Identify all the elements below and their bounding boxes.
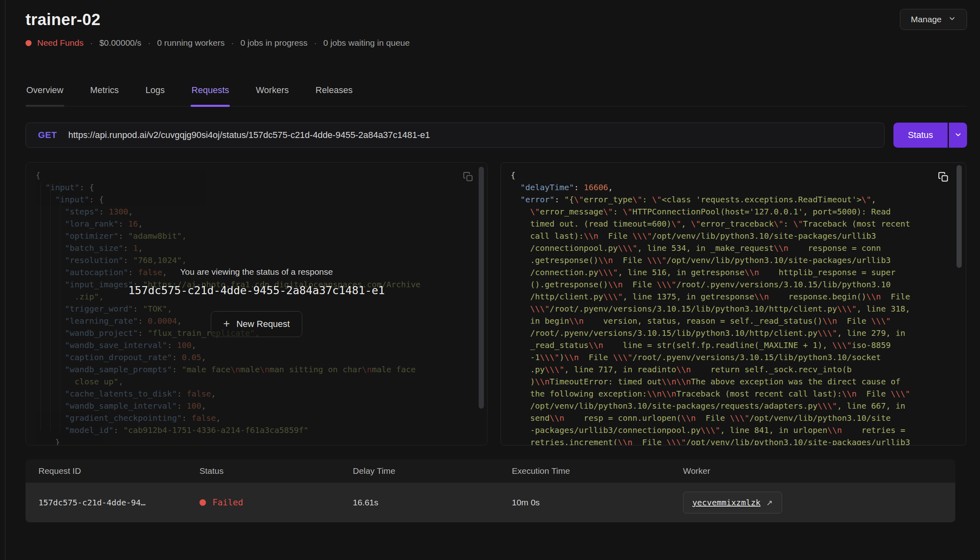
failed-dot-icon: [199, 499, 206, 506]
running-workers-count: 0 running workers: [157, 38, 225, 48]
copy-icon[interactable]: [938, 172, 949, 184]
overlay-request-id: 157dc575-c21d-4dde-9455-2a84a37c1481-e1: [128, 284, 385, 297]
requests-table-header: Request ID Status Delay Time Execution T…: [25, 459, 955, 483]
worker-link[interactable]: yecvemmixzmlzk↗: [683, 492, 782, 513]
chevron-down-icon: [948, 15, 956, 25]
manage-button[interactable]: Manage: [900, 9, 967, 30]
code-line: .getresponse()\\n File \\\"/opt/venv/lib…: [511, 254, 958, 266]
code-line: _read_status\\n line = str(self.fp.readl…: [511, 339, 958, 351]
code-line: /root/.pyenv/versions/3.10.15/lib/python…: [511, 327, 958, 339]
scrollbar[interactable]: [957, 165, 962, 268]
tab-logs[interactable]: Logs: [145, 85, 166, 106]
code-line: send\\n resp = conn.urlopen(\\n File \\\…: [511, 412, 958, 424]
code-line: call last):\\n File \\\"/opt/venv/lib/py…: [511, 230, 958, 242]
cost-per-second: $0.00000/s: [99, 38, 141, 48]
external-link-icon: ↗: [766, 498, 773, 507]
column-worker: Worker: [670, 466, 955, 476]
status-dot-icon: [25, 40, 32, 46]
delay-time-cell: 16.61s: [340, 498, 499, 507]
code-line: \"error_message\": \"HTTPConnectionPool(…: [511, 206, 958, 218]
new-request-label: New Request: [236, 319, 290, 329]
request-json-panel: { "input": { "input": { "steps": 1300, "…: [25, 162, 488, 445]
tab-bar: Overview Metrics Logs Requests Workers R…: [25, 85, 967, 106]
code-line: -packages/urllib3/connectionpool.py\\\",…: [511, 424, 958, 436]
tab-workers[interactable]: Workers: [255, 85, 290, 106]
separator: [90, 38, 93, 48]
endpoint-status-label: Need Funds: [37, 38, 83, 48]
request-url-input[interactable]: GET https://api.runpod.ai/v2/cuvgqjg90si…: [25, 123, 885, 148]
code-line: /http/client.py\\\", line 1375, in getre…: [511, 291, 958, 303]
status-overlay: You are viewing the status of a response…: [26, 163, 487, 445]
request-url-value: https://api.runpod.ai/v2/cuvgqjg90si4oj/…: [68, 130, 430, 140]
chevron-down-icon: [954, 131, 962, 140]
code-line: retries.increment(\\n File \\\"/opt/venv…: [511, 436, 958, 445]
separator: [231, 38, 234, 48]
column-status: Status: [187, 466, 340, 476]
separator: [314, 38, 317, 48]
jobs-waiting-count: 0 jobs waiting in queue: [323, 38, 410, 48]
code-line: timed out. (read timeout=600)\", \"error…: [511, 218, 958, 230]
manage-button-label: Manage: [911, 15, 942, 24]
code-line: in begin\\n version, status, reason = se…: [511, 315, 958, 327]
status-cell: Failed: [187, 498, 340, 507]
tab-releases[interactable]: Releases: [315, 85, 354, 106]
page-title: trainer-02: [25, 9, 100, 30]
request-id-cell: 157dc575-c21d-4dde-94…: [25, 498, 187, 507]
tab-overview[interactable]: Overview: [25, 85, 64, 106]
separator: [148, 38, 151, 48]
plus-icon: +: [223, 318, 230, 329]
status-split-button: Status: [893, 123, 967, 148]
header: trainer-02 Manage: [25, 9, 967, 30]
code-line: -1\\\")\\n File \\\"/root/.pyenv/version…: [511, 351, 958, 363]
execution-time-cell: 10m 0s: [499, 498, 670, 507]
code-line: "delayTime": 16606,: [511, 181, 958, 193]
code-line: {: [511, 169, 958, 181]
worker-id: yecvemmixzmlzk: [692, 498, 761, 507]
code-line: the following exception:\\n\\nTraceback …: [511, 388, 958, 400]
requests-table-body: 157dc575-c21d-4dde-94…Failed16.61s10m 0s…: [25, 483, 955, 522]
response-json-panel: { "delayTime": 16606, "error": "{\"error…: [501, 162, 966, 445]
code-line: \\\"/root/.pyenv/versions/3.10.15/lib/py…: [511, 303, 958, 315]
status-action-button[interactable]: Status: [893, 123, 948, 148]
new-request-button[interactable]: + New Request: [211, 311, 302, 337]
code-line: /connection.py\\\", line 516, in getresp…: [511, 266, 958, 278]
code-line: ().getresponse()\\n File \\\"/root/.pyen…: [511, 278, 958, 291]
http-method-badge: GET: [38, 130, 57, 140]
request-response-panels: { "input": { "input": { "steps": 1300, "…: [25, 162, 967, 445]
code-line: "error": "{\"error_type\": \"<class 'req…: [511, 193, 958, 206]
requests-table: Request ID Status Delay Time Execution T…: [25, 459, 955, 522]
column-request-id: Request ID: [25, 466, 187, 476]
endpoint-status-row: Need Funds $0.00000/s 0 running workers …: [25, 38, 967, 48]
worker-cell: yecvemmixzmlzk↗: [670, 492, 955, 513]
status-badge: Failed: [212, 498, 243, 507]
response-json-code: { "delayTime": 16606, "error": "{\"error…: [501, 163, 966, 445]
code-line: .py\\\", line 717, in readinto\\n return…: [511, 363, 958, 375]
code-line: )\\nTimeoutError: timed out\\n\\nThe abo…: [511, 375, 958, 388]
column-delay-time: Delay Time: [340, 466, 499, 476]
table-row[interactable]: 157dc575-c21d-4dde-94…Failed16.61s10m 0s…: [25, 483, 955, 522]
request-bar-row: GET https://api.runpod.ai/v2/cuvgqjg90si…: [25, 123, 967, 148]
jobs-in-progress-count: 0 jobs in progress: [240, 38, 308, 48]
code-line: /connectionpool.py\\\", line 534, in _ma…: [511, 242, 958, 254]
tab-metrics[interactable]: Metrics: [89, 85, 120, 106]
overlay-message: You are viewing the status of a response: [180, 267, 333, 277]
endpoint-page: trainer-02 Manage Need Funds $0.00000/s …: [0, 0, 980, 560]
status-action-dropdown[interactable]: [948, 123, 967, 148]
code-line: /opt/venv/lib/python3.10/site-packages/r…: [511, 400, 958, 412]
tab-requests[interactable]: Requests: [191, 85, 230, 106]
column-execution-time: Execution Time: [499, 466, 670, 476]
